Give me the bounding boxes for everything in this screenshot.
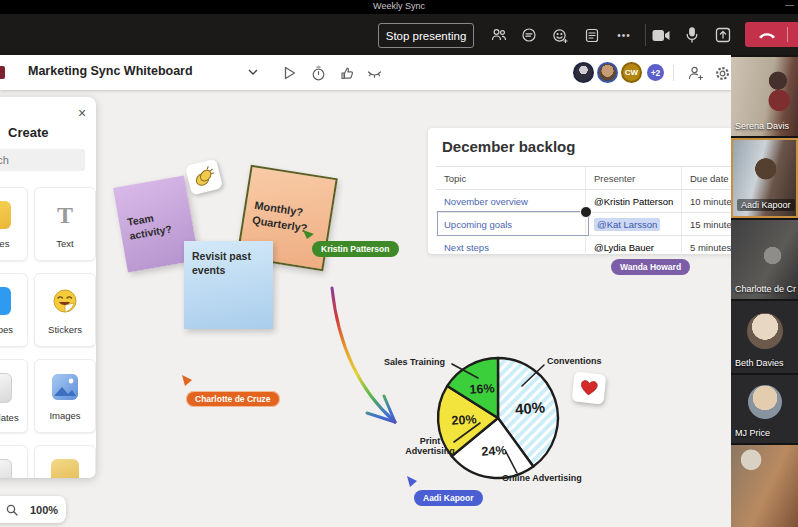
- slice-label-sales-training: Sales Training: [384, 357, 445, 367]
- video-tile-aadi-active-speaker[interactable]: Aadi Kapoor: [731, 138, 798, 218]
- topic-link[interactable]: Next steps: [444, 242, 489, 253]
- meeting-control-bar: Stop presenting •••: [0, 14, 798, 55]
- participant-name: Serena Davis: [735, 121, 789, 131]
- collaborator-avatar-3[interactable]: CW: [621, 62, 642, 83]
- backlog-title: December backlog: [442, 138, 575, 155]
- whiteboard-app-icon: [0, 66, 5, 79]
- zoom-level: 100%: [30, 504, 58, 516]
- tool-card-partial[interactable]: [0, 445, 28, 478]
- avatar: [747, 313, 783, 349]
- tool-icon: [0, 459, 12, 478]
- avatar: [748, 385, 782, 419]
- chevron-down-icon[interactable]: [248, 69, 258, 75]
- tool-card-text[interactable]: T Text: [34, 187, 96, 261]
- shapes-tool-icon: [0, 287, 11, 315]
- magnifier-icon: [6, 504, 18, 516]
- sticky-note[interactable]: Revisit past events: [184, 241, 273, 329]
- avatar-initials: CW: [625, 68, 638, 77]
- video-tile-charlotte[interactable]: Charlotte de Cr: [731, 220, 798, 299]
- search-input[interactable]: Search: [0, 149, 85, 171]
- minimize-icon[interactable]: —: [785, 0, 794, 10]
- topic-link[interactable]: November overview: [444, 196, 528, 207]
- leave-call-button[interactable]: [745, 22, 798, 47]
- present-play-icon[interactable]: [280, 63, 300, 83]
- column-header: Presenter: [586, 167, 682, 189]
- zoom-control[interactable]: 100%: [0, 496, 66, 523]
- close-icon[interactable]: ×: [74, 105, 90, 121]
- pie-percent-label: 24%: [481, 443, 507, 459]
- timer-icon[interactable]: [308, 63, 328, 83]
- like-icon[interactable]: [337, 63, 357, 83]
- text-tool-icon: T: [51, 201, 79, 229]
- window-titlebar: Weekly Sync —: [0, 0, 798, 14]
- notes-icon[interactable]: [583, 26, 601, 44]
- participant-name: Beth Davies: [735, 358, 784, 368]
- tool-card-partial[interactable]: [34, 445, 96, 478]
- column-header: Topic: [436, 167, 586, 189]
- microphone-icon[interactable]: [683, 26, 701, 44]
- stop-presenting-button[interactable]: Stop presenting: [378, 23, 474, 48]
- presenter-cell: @Lydia Bauer: [586, 236, 682, 258]
- chat-icon[interactable]: [520, 26, 538, 44]
- tool-card-notes[interactable]: Notes: [0, 187, 28, 261]
- whiteboard-canvas[interactable]: Team activity? Monthly? Quarterly? Revis…: [0, 90, 798, 527]
- presenter-cell: @Kristin Patterson: [586, 190, 682, 212]
- collaborator-avatar-1[interactable]: [573, 62, 594, 83]
- video-tile-partial[interactable]: [731, 445, 798, 527]
- whiteboard-title[interactable]: Marketing Sync Whiteboard: [28, 64, 193, 78]
- pie-percent-label: 40%: [514, 398, 545, 417]
- reactions-icon[interactable]: [551, 26, 569, 44]
- stickers-tool-icon: [51, 287, 79, 315]
- share-tray-icon[interactable]: [714, 26, 732, 44]
- table-header-row: Topic Presenter Due date: [436, 166, 760, 190]
- video-tile-mj-camera-off[interactable]: MJ Price: [731, 375, 798, 443]
- leave-split-divider: [787, 27, 788, 42]
- tool-card-images[interactable]: Images: [34, 359, 96, 433]
- meeting-title: Weekly Sync: [0, 1, 798, 11]
- backlog-card[interactable]: December backlog Topic Presenter Due dat…: [428, 128, 768, 254]
- remote-selection-handle: [580, 206, 592, 218]
- overflow-avatar-count[interactable]: +2: [645, 62, 666, 83]
- clap-sticker[interactable]: [185, 159, 223, 196]
- cursor-kristin: [303, 228, 315, 240]
- cursor-charlotte: [181, 375, 193, 387]
- camera-icon[interactable]: [652, 26, 670, 44]
- video-tile-serena[interactable]: Serena Davis: [731, 57, 798, 136]
- remote-selection-outline: [437, 211, 589, 236]
- whiteboard-toolbar: Marketing Sync Whiteboard CW +2: [0, 55, 731, 90]
- mention-highlight[interactable]: @Kat Larsson: [594, 218, 660, 231]
- person-add-icon[interactable]: [686, 63, 706, 83]
- toolbar-divider: [645, 24, 646, 46]
- video-tile-beth-camera-off[interactable]: Beth Davies: [731, 301, 798, 373]
- participant-name: Aadi Kapoor: [737, 199, 795, 211]
- cursor-label-kristin: Kristin Patterson: [312, 241, 399, 257]
- clap-icon: [191, 165, 217, 190]
- hangup-icon: [757, 31, 777, 39]
- cursor-label-charlotte: Charlotte de Cruze: [186, 391, 280, 407]
- pie-percent-label: 20%: [451, 412, 477, 428]
- panel-title: Create: [8, 125, 48, 140]
- participants-icon[interactable]: [490, 26, 508, 44]
- table-row[interactable]: November overview @Kristin Patterson 10 …: [436, 190, 760, 213]
- notes-tool-icon: [0, 201, 11, 229]
- participants-sidebar: Serena Davis Aadi Kapoor Charlotte de Cr…: [731, 55, 798, 527]
- pie-percent-label: 16%: [469, 381, 495, 397]
- collaborator-avatar-2[interactable]: [597, 62, 618, 83]
- eye-follow-icon[interactable]: [364, 63, 384, 83]
- tool-card-templates[interactable]: Templates: [0, 359, 28, 433]
- participant-name: Charlotte de Cr: [735, 284, 796, 294]
- table-row[interactable]: Next steps @Lydia Bauer 5 minutes: [436, 236, 760, 258]
- slice-label-print-advertising: Print Advertising: [404, 436, 456, 456]
- more-options-icon[interactable]: •••: [615, 26, 633, 44]
- slice-label-conventions: Conventions: [547, 356, 602, 366]
- tool-card-stickers[interactable]: Stickers: [34, 273, 96, 347]
- heart-icon: [579, 379, 599, 397]
- templates-tool-icon: [0, 373, 12, 403]
- toolbar-divider: [673, 65, 674, 81]
- participant-name: MJ Price: [735, 428, 770, 438]
- heart-sticker[interactable]: [572, 371, 607, 404]
- tool-card-shapes[interactable]: Shapes: [0, 273, 28, 347]
- settings-gear-icon[interactable]: [712, 63, 732, 83]
- cursor-label-wanda: Wanda Howard: [611, 259, 690, 275]
- images-tool-icon: [51, 373, 79, 401]
